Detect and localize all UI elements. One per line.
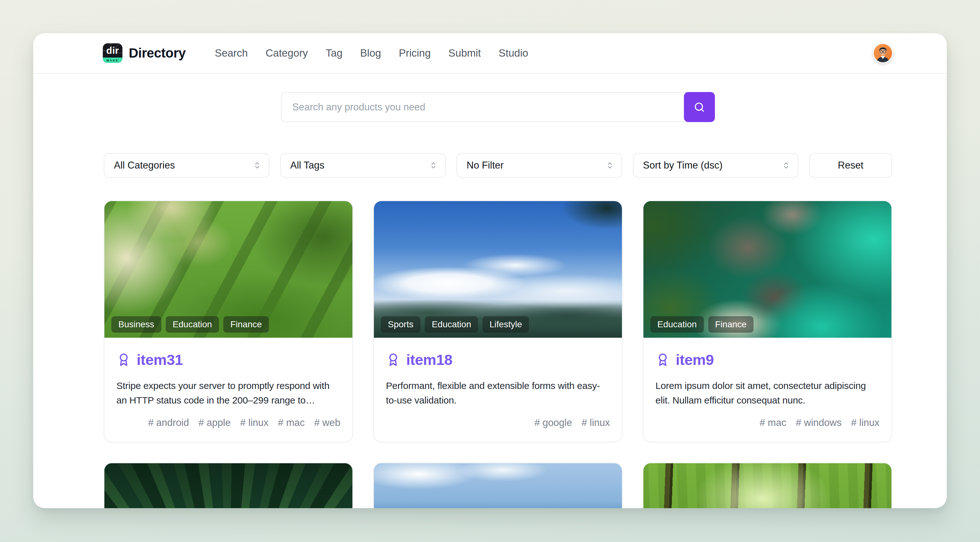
card-image-dark-palm-fronds bbox=[104, 463, 352, 508]
search-icon bbox=[694, 101, 705, 113]
page: { "brand": { "logo_text": "dir", "logo_b… bbox=[0, 0, 980, 542]
extra-filter-select[interactable]: No Filter bbox=[457, 153, 622, 178]
award-icon bbox=[116, 353, 131, 367]
hashtag[interactable]: # linux bbox=[240, 417, 269, 429]
search-input[interactable] bbox=[281, 92, 715, 122]
nav-item-search[interactable]: Search bbox=[215, 47, 248, 59]
category-chips: Business Education Finance bbox=[111, 316, 269, 333]
brand-logo-badge: MAKE bbox=[103, 57, 123, 63]
category-chip[interactable]: Finance bbox=[223, 316, 269, 333]
chevrons-up-down-icon bbox=[429, 161, 438, 170]
nav-item-tag[interactable]: Tag bbox=[326, 47, 342, 59]
nav-item-studio[interactable]: Studio bbox=[498, 47, 528, 59]
extra-filter-value: No Filter bbox=[466, 160, 504, 171]
card-title-row[interactable]: item31 bbox=[116, 351, 340, 369]
category-filter-select[interactable]: All Categories bbox=[104, 153, 269, 178]
chevrons-up-down-icon bbox=[605, 161, 615, 170]
result-card[interactable]: Business Education Finance item31 Stripe… bbox=[104, 200, 353, 442]
card-body: item9 Lorem ipsum dolor sit amet, consec… bbox=[643, 338, 891, 442]
filter-row: All Categories All Tags No Filter Sort b… bbox=[104, 153, 892, 178]
result-card[interactable] bbox=[373, 463, 622, 508]
card-description: Stripe expects your server to promptly r… bbox=[116, 378, 340, 408]
result-card[interactable] bbox=[643, 463, 892, 508]
card-title[interactable]: item18 bbox=[406, 351, 452, 369]
main-panel: dir MAKE Directory Search Category Tag B… bbox=[33, 33, 947, 508]
reset-button[interactable]: Reset bbox=[809, 153, 892, 178]
sort-select-value: Sort by Time (dsc) bbox=[643, 160, 723, 171]
card-hashtags: # mac # windows # linux bbox=[655, 408, 880, 429]
sort-select[interactable]: Sort by Time (dsc) bbox=[633, 153, 799, 178]
hashtag[interactable]: # web bbox=[314, 417, 340, 429]
category-chips: Education Finance bbox=[651, 316, 754, 333]
tag-filter-select[interactable]: All Tags bbox=[280, 153, 446, 178]
hashtag[interactable]: # mac bbox=[759, 417, 786, 429]
main-nav: Search Category Tag Blog Pricing Submit … bbox=[215, 47, 528, 59]
category-chip[interactable]: Sports bbox=[381, 316, 420, 333]
search-bar bbox=[281, 92, 715, 122]
card-image-sea-coastal-cliffs bbox=[374, 463, 622, 508]
award-icon bbox=[655, 353, 670, 367]
brand-logo-text: dir bbox=[103, 43, 123, 57]
result-card[interactable]: Sports Education Lifestyle item18 Perfor… bbox=[373, 200, 622, 442]
results-grid: Business Education Finance item31 Stripe… bbox=[104, 200, 892, 508]
result-card[interactable] bbox=[104, 463, 353, 508]
category-chip[interactable]: Education bbox=[651, 316, 704, 333]
hashtag[interactable]: # apple bbox=[199, 417, 231, 429]
category-chip[interactable]: Education bbox=[166, 316, 219, 333]
user-avatar[interactable] bbox=[873, 43, 893, 63]
card-image-sky-clouds-mountains: Sports Education Lifestyle bbox=[374, 201, 622, 338]
search-button[interactable] bbox=[684, 92, 715, 122]
card-title[interactable]: item9 bbox=[676, 351, 714, 369]
card-image-sunlit-green-forest bbox=[643, 463, 891, 508]
category-chip[interactable]: Lifestyle bbox=[482, 316, 529, 333]
brand-name[interactable]: Directory bbox=[129, 46, 186, 61]
category-chip[interactable]: Education bbox=[425, 316, 478, 333]
card-body: item18 Performant, flexible and extensib… bbox=[374, 338, 622, 442]
card-description: Lorem ipsum dolor sit amet, consectetur … bbox=[655, 378, 880, 408]
nav-item-submit[interactable]: Submit bbox=[449, 47, 481, 59]
result-card[interactable]: Education Finance item9 Lorem ipsum dolo… bbox=[643, 200, 892, 442]
hashtag[interactable]: # mac bbox=[278, 417, 305, 429]
category-chip[interactable]: Finance bbox=[708, 316, 754, 333]
avatar-illustration bbox=[874, 44, 892, 62]
card-title-row[interactable]: item18 bbox=[386, 351, 610, 369]
chevrons-up-down-icon bbox=[781, 161, 791, 170]
hashtag[interactable]: # google bbox=[534, 417, 572, 429]
nav-item-pricing[interactable]: Pricing bbox=[399, 47, 431, 59]
brand-logo-icon[interactable]: dir MAKE bbox=[103, 43, 123, 63]
hashtag[interactable]: # windows bbox=[796, 417, 842, 429]
hashtag[interactable]: # linux bbox=[581, 417, 610, 429]
card-body: item31 Stripe expects your server to pro… bbox=[104, 338, 352, 442]
card-image-turquoise-cove: Education Finance bbox=[643, 201, 891, 338]
card-title-row[interactable]: item9 bbox=[655, 351, 880, 369]
card-hashtags: # android # apple # linux # mac # web bbox=[116, 408, 340, 429]
category-chip[interactable]: Business bbox=[111, 316, 161, 333]
category-chips: Sports Education Lifestyle bbox=[381, 316, 529, 333]
card-image-aerial-green-meadows: Business Education Finance bbox=[104, 201, 352, 338]
tag-filter-value: All Tags bbox=[290, 160, 325, 171]
content: All Categories All Tags No Filter Sort b… bbox=[104, 92, 892, 508]
category-filter-value: All Categories bbox=[114, 160, 175, 171]
header: dir MAKE Directory Search Category Tag B… bbox=[33, 33, 947, 74]
card-title[interactable]: item31 bbox=[137, 351, 183, 369]
hashtag[interactable]: # linux bbox=[851, 417, 880, 429]
award-icon bbox=[386, 353, 401, 367]
nav-item-category[interactable]: Category bbox=[266, 47, 308, 59]
card-hashtags: # google # linux bbox=[386, 408, 610, 429]
hashtag[interactable]: # android bbox=[148, 417, 189, 429]
nav-item-blog[interactable]: Blog bbox=[360, 47, 381, 59]
chevrons-up-down-icon bbox=[253, 161, 262, 170]
card-description: Performant, flexible and extensible form… bbox=[386, 378, 610, 408]
